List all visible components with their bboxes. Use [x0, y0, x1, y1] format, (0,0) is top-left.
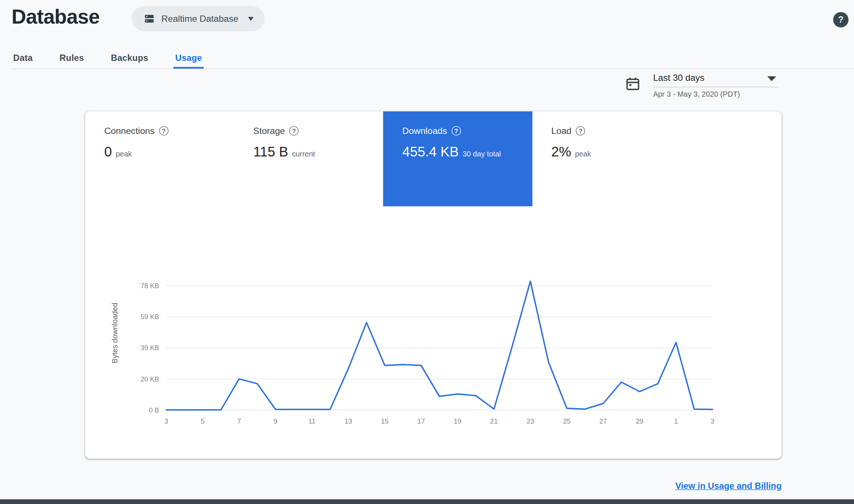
help-icon[interactable]: ? — [576, 126, 585, 135]
date-range-detail: Apr 3 - May 3, 2020 (PDT) — [653, 90, 740, 98]
chevron-down-icon — [767, 76, 776, 81]
tab-backups-label: Backups — [111, 53, 148, 63]
tab-usage[interactable]: Usage — [173, 47, 204, 69]
tab-bar: Data Rules Backups Usage — [11, 47, 854, 69]
tab-usage-label: Usage — [175, 53, 202, 63]
svg-text:17: 17 — [417, 417, 425, 425]
metric-storage-label: Storage — [253, 126, 285, 136]
svg-text:11: 11 — [309, 417, 316, 425]
svg-text:25: 25 — [563, 417, 571, 425]
calendar-icon — [625, 76, 641, 92]
database-instance-selector[interactable]: Realtime Database — [132, 6, 265, 31]
metric-label-row: Connections ? — [104, 126, 234, 136]
svg-text:39 KB: 39 KB — [141, 344, 159, 352]
metric-connections-unit: peak — [116, 150, 132, 158]
metric-downloads-unit: 30 day total — [462, 150, 501, 158]
svg-text:59 KB: 59 KB — [141, 313, 159, 321]
metric-load-unit: peak — [575, 150, 591, 158]
svg-text:0 B: 0 B — [149, 406, 159, 414]
y-axis-label: Bytes downloaded — [111, 292, 121, 374]
metric-label-row: Downloads ? — [402, 126, 532, 136]
help-icon[interactable]: ? — [451, 126, 461, 135]
page: Database Realtime Database ? Data Rules … — [0, 0, 854, 504]
svg-text:29: 29 — [636, 417, 644, 425]
question-mark-glyph: ? — [292, 128, 296, 134]
svg-text:27: 27 — [599, 417, 607, 425]
svg-text:15: 15 — [381, 417, 389, 425]
svg-text:21: 21 — [490, 417, 498, 425]
metric-value-row: 0 peak — [104, 144, 234, 160]
metric-value-row: 455.4 KB 30 day total — [402, 144, 532, 160]
metric-tile-downloads[interactable]: Downloads ? 455.4 KB 30 day total — [383, 111, 532, 206]
metric-tiles: Connections ? 0 peak Storage ? 115 B cur… — [85, 111, 681, 206]
metric-load-value: 2% — [551, 144, 571, 160]
svg-text:1: 1 — [674, 417, 678, 425]
metric-connections-value: 0 — [104, 144, 112, 160]
database-instance-label: Realtime Database — [161, 13, 238, 24]
metric-value-row: 115 B current — [253, 144, 383, 160]
metric-value-row: 2% peak — [551, 144, 681, 160]
metric-label-row: Load ? — [551, 126, 681, 136]
svg-text:5: 5 — [201, 417, 204, 425]
metric-storage-value: 115 B — [253, 144, 288, 160]
date-range-value: Last 30 days — [653, 72, 705, 83]
downloads-chart-svg: 0 B20 KB39 KB59 KB78 KB35791113151719212… — [132, 275, 724, 434]
metric-downloads-value: 455.4 KB — [402, 144, 459, 160]
svg-text:13: 13 — [345, 417, 352, 425]
svg-text:78 KB: 78 KB — [141, 282, 159, 290]
divider — [653, 87, 779, 87]
svg-text:23: 23 — [527, 417, 534, 425]
metric-connections-label: Connections — [104, 126, 155, 136]
tab-data[interactable]: Data — [11, 47, 34, 69]
tab-rules-label: Rules — [59, 53, 84, 63]
svg-text:20 KB: 20 KB — [141, 375, 159, 383]
svg-text:3: 3 — [710, 417, 714, 425]
tab-rules[interactable]: Rules — [58, 47, 86, 69]
svg-text:3: 3 — [164, 417, 168, 425]
svg-text:9: 9 — [273, 417, 277, 425]
metric-load-label: Load — [551, 126, 572, 136]
tab-data-label: Data — [13, 53, 33, 63]
date-range-selector[interactable]: Last 30 days Apr 3 - May 3, 2020 (PDT) — [625, 72, 780, 101]
usage-billing-link[interactable]: View in Usage and Billing — [675, 481, 782, 491]
metric-tile-load[interactable]: Load ? 2% peak — [532, 111, 681, 206]
database-icon — [144, 13, 155, 24]
metric-storage-unit: current — [292, 150, 315, 158]
help-icon[interactable]: ? — [289, 126, 299, 135]
question-mark-glyph: ? — [579, 128, 582, 134]
page-title: Database — [11, 6, 100, 28]
chevron-down-icon — [248, 17, 254, 20]
svg-text:19: 19 — [454, 417, 461, 425]
help-icon[interactable]: ? — [159, 126, 168, 135]
help-button[interactable]: ? — [833, 12, 848, 28]
svg-text:7: 7 — [237, 417, 241, 425]
tab-backups[interactable]: Backups — [109, 47, 150, 69]
metric-label-row: Storage ? — [253, 126, 383, 136]
metric-tile-connections[interactable]: Connections ? 0 peak — [85, 111, 234, 206]
bottom-bar — [0, 499, 854, 504]
metric-tile-storage[interactable]: Storage ? 115 B current — [234, 111, 383, 206]
question-mark-icon: ? — [838, 15, 844, 25]
metric-downloads-label: Downloads — [402, 126, 447, 136]
question-mark-glyph: ? — [162, 128, 166, 134]
question-mark-glyph: ? — [454, 128, 458, 134]
